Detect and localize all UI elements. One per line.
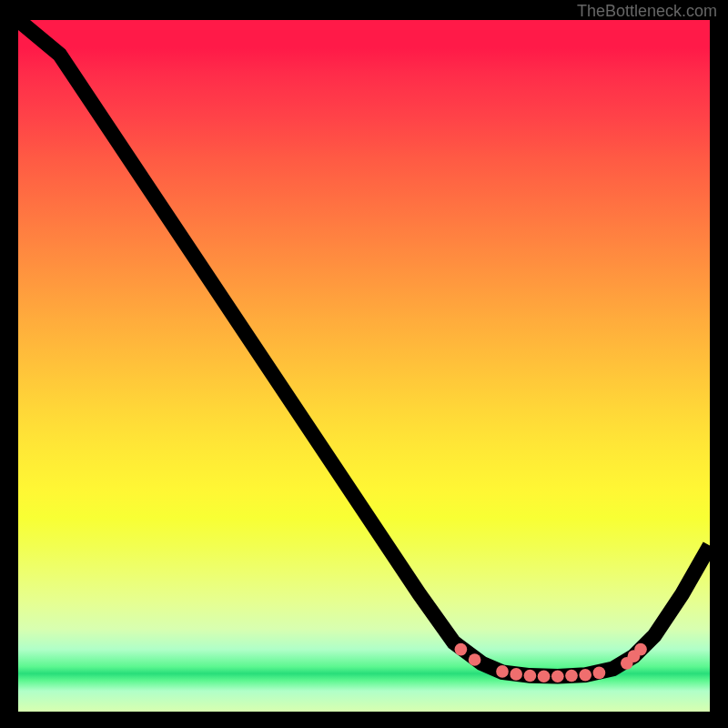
chart-svg [18, 20, 710, 712]
data-marker [469, 653, 481, 666]
attribution-text: TheBottleneck.com [577, 2, 717, 21]
data-marker [538, 670, 551, 682]
data-marker [455, 643, 468, 656]
data-marker [510, 668, 522, 681]
data-marker [593, 667, 606, 680]
data-marker [551, 670, 564, 682]
data-marker [634, 643, 647, 656]
bottleneck-curve [18, 20, 710, 676]
data-marker [524, 670, 537, 682]
data-marker [579, 669, 592, 682]
data-marker [496, 665, 509, 678]
data-marker [565, 670, 578, 682]
chart-plot-area [18, 20, 710, 712]
